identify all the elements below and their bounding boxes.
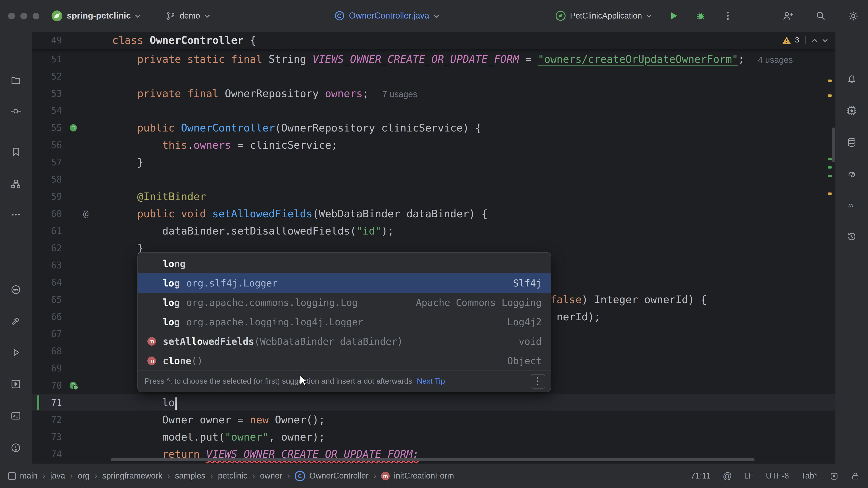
completion-item[interactable]: setAllowedFields(WebDataBinder dataBinde…: [138, 332, 551, 351]
breadcrumb-petclinic[interactable]: petclinic: [218, 471, 247, 481]
caret-position[interactable]: 71:11: [691, 471, 710, 481]
text-caret: [176, 397, 177, 410]
settings-button[interactable]: [848, 10, 859, 22]
completion-item[interactable]: long: [138, 254, 551, 273]
search-everywhere-button[interactable]: [815, 10, 826, 21]
code-line-72[interactable]: 72 Owner owner = new Owner();: [32, 411, 835, 428]
database-button[interactable]: [846, 137, 857, 148]
settings-sync-button[interactable]: [10, 284, 21, 295]
analysis-stripe-mark[interactable]: [828, 94, 832, 97]
close-window-icon[interactable]: [8, 12, 15, 19]
completion-item[interactable]: clone()Object: [138, 351, 551, 370]
code-line-54[interactable]: 54: [32, 102, 835, 119]
code-line-52[interactable]: 52: [32, 68, 835, 85]
maven-button[interactable]: m: [846, 200, 857, 210]
project-tool-button[interactable]: [10, 75, 21, 86]
code-line-60[interactable]: 60@ public void setAllowedFields(WebData…: [32, 205, 835, 222]
analysis-stripe-mark[interactable]: [828, 193, 832, 195]
code-line-53[interactable]: 53 private final OwnerRepository owners;…: [32, 85, 835, 102]
file-encoding[interactable]: UTF-8: [766, 471, 789, 481]
project-widget[interactable]: spring-petclinic: [51, 10, 141, 22]
ai-status-icon[interactable]: [830, 471, 839, 481]
breadcrumb-main[interactable]: main: [8, 471, 37, 481]
code-with-me-button[interactable]: [782, 10, 794, 22]
completion-item-tail: org.apache.commons.logging.Log: [186, 297, 416, 308]
lock-icon[interactable]: [851, 471, 860, 481]
project-name: spring-petclinic: [67, 11, 131, 21]
code-line-71[interactable]: 71 lo: [32, 394, 835, 411]
code-line-58[interactable]: 58: [32, 171, 835, 188]
notifications-button[interactable]: [846, 74, 857, 85]
next-tip-link[interactable]: Next Tip: [417, 377, 445, 386]
divider: [805, 36, 806, 44]
indent-style[interactable]: Tab*: [801, 471, 817, 481]
analysis-stripe-mark[interactable]: [828, 79, 832, 82]
breadcrumb-OwnerController[interactable]: OwnerController: [295, 471, 368, 481]
sticky-line-number: 49: [32, 32, 62, 49]
horizontal-scrollbar[interactable]: [111, 458, 754, 461]
run-button[interactable]: [668, 10, 679, 21]
chevron-up-icon[interactable]: [811, 38, 818, 42]
structure-icon: [10, 178, 21, 189]
code-line-55[interactable]: 55 public OwnerController(OwnerRepositor…: [32, 119, 835, 136]
code-line-56[interactable]: 56 this.owners = clinicService;: [32, 136, 835, 154]
file-switcher[interactable]: OwnerController.java: [335, 0, 440, 32]
at-icon[interactable]: [723, 471, 732, 481]
breadcrumb-org[interactable]: org: [78, 471, 90, 481]
usages-inlay-hint[interactable]: 4 usages: [758, 55, 793, 65]
sticky-line[interactable]: 49 class OwnerController { 3: [32, 32, 835, 49]
more-actions-button[interactable]: [722, 10, 733, 21]
terminal-tool-button[interactable]: [10, 410, 21, 421]
svg-text:m: m: [848, 201, 854, 209]
breadcrumb-samples[interactable]: samples: [175, 471, 205, 481]
vertical-scrollbar[interactable]: [832, 127, 835, 162]
popup-menu-button[interactable]: [531, 374, 545, 389]
code-line-61[interactable]: 61 dataBinder.setDisallowedFields("id");: [32, 222, 835, 239]
commit-tool-button[interactable]: [10, 106, 21, 117]
more-tool-windows-button[interactable]: [10, 209, 21, 220]
spring-bean-gutter-icon[interactable]: [70, 382, 77, 389]
line-number: 56: [32, 136, 62, 154]
run-tool-button[interactable]: [10, 347, 21, 358]
chevron-down-icon[interactable]: [822, 38, 828, 42]
services-icon: [10, 379, 21, 390]
code-line-59[interactable]: 59 @InitBinder: [32, 188, 835, 205]
breadcrumb-springframework[interactable]: springframework: [102, 471, 162, 481]
error-stripe[interactable]: [828, 49, 832, 464]
recent-locations-button[interactable]: [846, 231, 857, 242]
annotation-gutter-icon[interactable]: @: [83, 205, 89, 222]
completion-item[interactable]: logorg.apache.commons.logging.LogApache …: [138, 293, 551, 312]
debug-button[interactable]: [695, 10, 706, 21]
spring-bean-gutter-icon[interactable]: [70, 124, 77, 131]
code-line-73[interactable]: 73 model.put("owner", owner);: [32, 428, 835, 446]
code-line-57[interactable]: 57 }: [32, 154, 835, 171]
ai-assistant-button[interactable]: [846, 105, 857, 116]
window-controls[interactable]: [0, 12, 51, 19]
gradle-button[interactable]: [846, 169, 857, 180]
line-separator[interactable]: LF: [744, 471, 754, 481]
build-tool-button[interactable]: [10, 315, 21, 326]
editor[interactable]: 51 private static final String VIEWS_OWN…: [32, 32, 835, 464]
vcs-branch-widget[interactable]: demo: [166, 11, 210, 21]
breadcrumb-java[interactable]: java: [50, 471, 65, 481]
analysis-stripe-mark[interactable]: [828, 158, 832, 160]
analysis-stripe-mark[interactable]: [828, 175, 832, 177]
inspections-widget[interactable]: 3: [782, 33, 828, 47]
run-configuration-widget[interactable]: PetClinicApplication: [555, 10, 652, 21]
structure-tool-button[interactable]: [10, 178, 21, 189]
zoom-window-icon[interactable]: [33, 12, 39, 19]
bookmarks-tool-button[interactable]: [10, 147, 21, 157]
completion-item[interactable]: logorg.slf4j.LoggerSlf4j: [138, 273, 551, 293]
problems-tool-button[interactable]: [10, 442, 21, 453]
completion-hint-bar: Press ^. to choose the selected (or firs…: [138, 370, 551, 392]
services-tool-button[interactable]: [10, 379, 21, 390]
completion-item[interactable]: logorg.apache.logging.log4j.LoggerLog4j2: [138, 312, 551, 332]
code-text: }: [112, 154, 144, 171]
breadcrumb-initCreationForm[interactable]: initCreationForm: [381, 471, 454, 481]
minimize-window-icon[interactable]: [20, 12, 27, 19]
code-line-51[interactable]: 51 private static final String VIEWS_OWN…: [32, 51, 835, 68]
method-icon: [381, 472, 390, 480]
analysis-stripe-mark[interactable]: [828, 166, 832, 168]
breadcrumb-owner[interactable]: owner: [260, 471, 282, 481]
usages-inlay-hint[interactable]: 7 usages: [382, 90, 417, 99]
